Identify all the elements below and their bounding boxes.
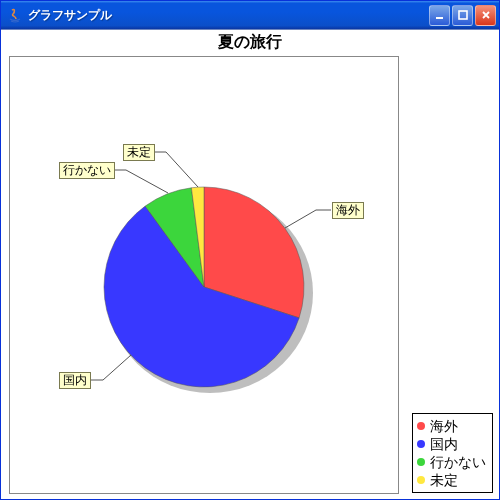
- app-window: グラフサンプル 夏の旅行: [0, 0, 500, 500]
- callout-undecided: 未定: [123, 144, 155, 161]
- svg-rect-0: [436, 17, 443, 19]
- callout-domestic: 国内: [59, 372, 91, 389]
- legend-item: 未定: [417, 471, 486, 489]
- legend-item: 行かない: [417, 453, 486, 471]
- legend-label: 海外: [430, 417, 458, 435]
- legend-swatch-icon: [417, 458, 425, 466]
- minimize-button[interactable]: [429, 5, 450, 26]
- legend-label: 行かない: [430, 453, 486, 471]
- window-title: グラフサンプル: [28, 7, 429, 24]
- callout-overseas: 海外: [332, 202, 364, 219]
- legend-swatch-icon: [417, 440, 425, 448]
- maximize-button[interactable]: [452, 5, 473, 26]
- legend-swatch-icon: [417, 422, 425, 430]
- legend-item: 海外: [417, 417, 486, 435]
- close-button[interactable]: [475, 5, 496, 26]
- callout-nogo: 行かない: [59, 162, 115, 179]
- titlebar[interactable]: グラフサンプル: [1, 1, 499, 29]
- legend-label: 未定: [430, 471, 458, 489]
- legend: 海外 国内 行かない 未定: [412, 413, 493, 493]
- window-controls: [429, 5, 496, 26]
- java-icon: [7, 7, 23, 23]
- legend-swatch-icon: [417, 476, 425, 484]
- chart-area: 夏の旅行 海外 国内 行かない 未定: [1, 29, 499, 499]
- legend-item: 国内: [417, 435, 486, 453]
- svg-rect-1: [459, 11, 467, 19]
- legend-label: 国内: [430, 435, 458, 453]
